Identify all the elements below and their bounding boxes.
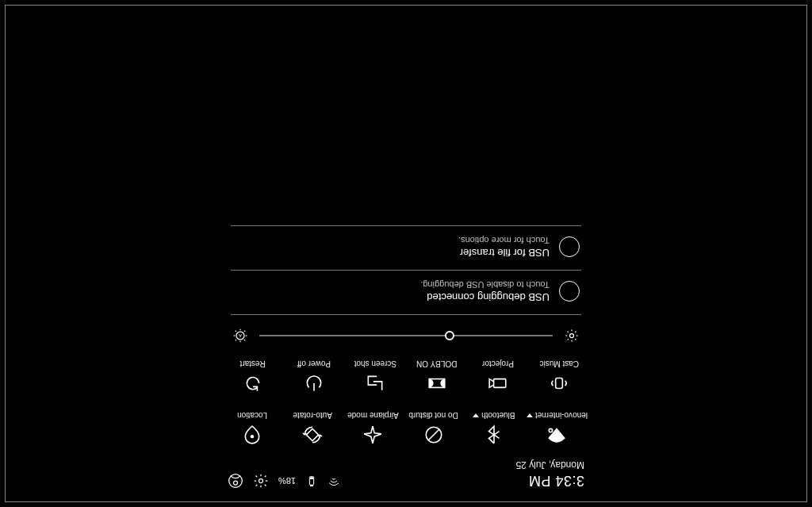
- tile-label: lenovo-internet: [535, 411, 588, 420]
- tile-label: Airplane mode: [347, 411, 398, 420]
- location-icon: [242, 424, 262, 445]
- airplane-icon: [362, 424, 383, 445]
- user-avatar-icon[interactable]: [228, 473, 243, 489]
- brightness-thumb[interactable]: [446, 331, 455, 340]
- brightness-row: A: [220, 320, 592, 351]
- tile-label: Projector: [482, 359, 514, 368]
- tile-label: Location: [237, 411, 267, 420]
- wifi-status-icon: [327, 474, 340, 487]
- settings-icon[interactable]: [253, 473, 269, 489]
- tile-label: Screen shot: [354, 359, 396, 368]
- brightness-slider[interactable]: [259, 335, 553, 336]
- tile-projector[interactable]: Projector: [469, 356, 526, 397]
- svg-rect-9: [307, 428, 319, 440]
- tile-dnd[interactable]: Do not disturb: [406, 408, 462, 448]
- tile-poweroff[interactable]: Power off: [285, 356, 342, 397]
- notification-title: USB for file transfer: [458, 247, 550, 259]
- brightness-auto-icon[interactable]: A: [232, 328, 248, 344]
- cast-music-icon: [549, 373, 569, 394]
- svg-rect-17: [567, 289, 572, 293]
- svg-point-5: [234, 481, 238, 485]
- svg-point-6: [550, 428, 553, 432]
- restart-icon: [243, 373, 263, 394]
- notification-usb-transfer[interactable]: USB for file transfer Touch for more opt…: [220, 231, 592, 265]
- time-block: 3:34 PM Monday, July 25: [516, 459, 585, 489]
- battery-percent: 18%: [278, 476, 296, 486]
- header-right: 18%: [228, 473, 340, 489]
- tile-dolby[interactable]: DOLBY ON: [408, 356, 465, 397]
- svg-rect-12: [494, 379, 506, 388]
- notification-usb-debugging[interactable]: USB debugging connected Touch to disable…: [220, 275, 592, 309]
- svg-rect-2: [310, 477, 313, 479]
- svg-rect-1: [311, 485, 313, 486]
- tile-label: DOLBY ON: [416, 359, 458, 368]
- tile-label: Do not disturb: [408, 411, 458, 420]
- android-icon: [559, 237, 580, 258]
- clock-time: 3:34 PM: [516, 472, 585, 489]
- wifi-icon: [546, 424, 567, 445]
- tile-label: Restart: [240, 359, 266, 368]
- tiles-row-1: lenovo-internet Bluetooth Do not disturb…: [220, 406, 592, 455]
- notification-title: USB debugging connected: [420, 291, 550, 303]
- bluetooth-icon: [484, 424, 504, 445]
- svg-line-8: [428, 430, 439, 440]
- qs-header: 3:34 PM Monday, July 25 18%: [220, 458, 592, 494]
- brightness-low-icon: [564, 328, 580, 344]
- divider: [231, 225, 581, 226]
- tile-label: Power off: [297, 359, 331, 368]
- svg-point-10: [251, 435, 254, 438]
- autorotate-icon: [302, 424, 323, 445]
- svg-rect-18: [567, 244, 572, 248]
- svg-text:A: A: [239, 333, 242, 338]
- tile-label: Cast Music: [540, 359, 579, 368]
- notification-subtitle: Touch to disable USB debugging.: [420, 280, 550, 290]
- tile-cast-music[interactable]: Cast Music: [531, 356, 588, 397]
- svg-rect-11: [556, 378, 563, 389]
- tile-autorotate[interactable]: Auto-rotate: [285, 408, 340, 448]
- dnd-icon: [423, 424, 444, 445]
- tile-wifi[interactable]: lenovo-internet: [527, 408, 588, 448]
- notification-subtitle: Touch for more options.: [458, 236, 550, 245]
- battery-status-icon: [305, 474, 318, 487]
- tiles-row-2: Cast Music Projector DOLBY ON Screen sho…: [220, 355, 592, 403]
- android-icon: [559, 282, 580, 302]
- tile-airplane[interactable]: Airplane mode: [345, 408, 400, 448]
- tile-screenshot[interactable]: Screen shot: [347, 356, 404, 397]
- quick-settings-panel: 3:34 PM Monday, July 25 18%: [220, 224, 592, 494]
- divider: [231, 314, 581, 315]
- dolby-icon: [427, 373, 447, 394]
- chevron-down-icon: [473, 413, 479, 417]
- svg-point-3: [259, 479, 263, 483]
- svg-point-14: [570, 334, 574, 338]
- divider: [231, 270, 581, 271]
- tile-label: Bluetooth: [481, 411, 515, 420]
- clock-date: Monday, July 25: [516, 459, 585, 471]
- tile-restart[interactable]: Restart: [224, 356, 281, 397]
- tile-bluetooth[interactable]: Bluetooth: [466, 408, 522, 448]
- tile-location[interactable]: Location: [224, 408, 280, 448]
- tile-label: Auto-rotate: [293, 411, 332, 420]
- projector-icon: [488, 373, 508, 394]
- screen-frame: 3:34 PM Monday, July 25 18%: [5, 5, 807, 502]
- power-icon: [304, 373, 324, 394]
- screenshot-icon: [365, 373, 385, 394]
- chevron-down-icon: [527, 413, 533, 417]
